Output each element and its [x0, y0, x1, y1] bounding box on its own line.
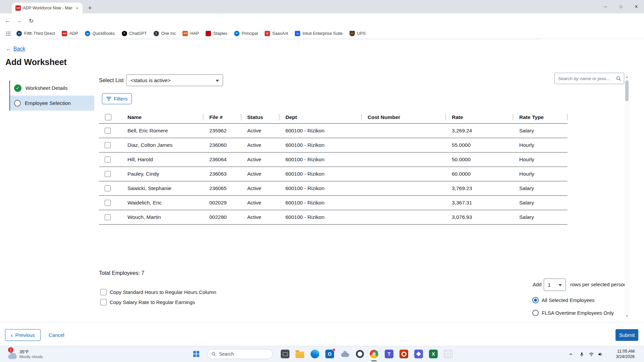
table-row: Hill, Harold 236064 Active 600100 - Rizi… [99, 153, 568, 167]
new-tab-button[interactable]: + [85, 3, 95, 13]
bookmark-quickbooks[interactable]: qbQuickBooks [82, 30, 118, 37]
cell-status: Active [241, 157, 279, 163]
copy-salary-rate-option: Copy Salary Rate to Regular Earnings [100, 299, 195, 305]
copy-standard-hours-checkbox[interactable] [100, 289, 107, 295]
submit-button[interactable]: Submit [615, 329, 638, 341]
table-row: Wouch, Martin 002280 Active 600100 - Riz… [99, 210, 568, 225]
browser-back-icon[interactable]: ← [3, 16, 13, 26]
start-button[interactable] [193, 351, 196, 354]
bookmark-fifth-third-direct[interactable]: 5/3Fifth Third Direct [13, 30, 58, 37]
copy-salary-rate-checkbox[interactable] [100, 299, 107, 305]
row-checkbox[interactable] [105, 128, 111, 134]
bookmark-adp[interactable]: ADPADP [58, 30, 82, 37]
blue-app-taskbar-icon[interactable] [413, 348, 425, 360]
weather-condition[interactable]: Mostly cloudy [19, 355, 43, 359]
office-taskbar-icon[interactable] [398, 348, 410, 360]
column-header-file[interactable]: File # [203, 111, 241, 123]
table-row: Waidelich, Eric 002029 Active 600100 - R… [99, 196, 568, 210]
apps-grid-icon[interactable] [6, 32, 7, 33]
window-close-button[interactable]: × [629, 0, 644, 13]
employee-search-input[interactable] [554, 73, 624, 84]
bookmarks-bar: 5/3Fifth Third Direct ADPADP qbQuickBook… [0, 28, 644, 39]
excel-taskbar-icon[interactable]: X [427, 348, 439, 360]
row-checkbox[interactable] [105, 214, 111, 220]
bookmark-staples[interactable]: Staples [202, 30, 231, 37]
select-all-checkbox[interactable] [105, 114, 111, 120]
copy-standard-hours-option: Copy Standard Hours to Regular Hours Col… [100, 289, 216, 295]
row-checkbox[interactable] [105, 200, 111, 206]
bookmark-principal[interactable]: PPrincipal [231, 30, 261, 37]
cell-dept: 600100 - Rizikon [279, 157, 362, 163]
total-employees-label: Total Employees: 7 [99, 270, 144, 276]
bookmark-saasant[interactable]: SSaasAnt [261, 30, 291, 37]
volume-icon[interactable] [597, 351, 603, 357]
column-header-rate[interactable]: Rate [446, 111, 513, 123]
step-worksheet-details[interactable]: ✓ Worksheet Details [10, 80, 94, 96]
column-header-name[interactable]: Name [121, 111, 203, 123]
bookmark-hap[interactable]: HAPHAP [179, 30, 202, 37]
back-link[interactable]: ← Back [6, 46, 25, 52]
grid-app-icon [444, 350, 452, 358]
teams-taskbar-icon[interactable]: T [383, 348, 395, 360]
taskbar-search[interactable]: Search [207, 349, 273, 359]
tray-chevron-up-icon[interactable] [568, 351, 574, 357]
scrollbar-thumb[interactable] [625, 80, 629, 101]
scroll-down-icon[interactable]: ▼ [625, 313, 629, 318]
cell-rate-type: Hourly [513, 171, 568, 177]
microphone-icon[interactable] [579, 351, 585, 357]
bookmark-one-inc[interactable]: 1One Inc [150, 30, 179, 37]
edge-taskbar-icon[interactable] [309, 348, 321, 360]
table-header: Name File # Status Dept Cost Number Rate… [99, 111, 568, 124]
browser-reload-icon[interactable]: ↻ [26, 16, 36, 26]
select-list-dropdown[interactable]: <status is active> [126, 74, 223, 86]
outlook-taskbar-icon[interactable]: O [324, 348, 336, 360]
quickbooks-favicon: qb [85, 31, 90, 36]
cell-rate-type: Salary [513, 200, 568, 206]
content-scrollbar[interactable]: ▲ ▼ [625, 74, 629, 318]
weather-cloud-icon[interactable] [8, 355, 17, 359]
scroll-up-icon[interactable]: ▲ [625, 74, 629, 79]
browser-forward-icon[interactable]: → [14, 16, 24, 26]
window-maximize-button[interactable]: □ [613, 0, 629, 13]
cell-rate-type: Salary [513, 214, 568, 220]
rows-per-person-dropdown[interactable]: 1 [544, 279, 566, 291]
taskbar-clock[interactable]: 11:05 AM 3/24/2026 [616, 349, 635, 359]
cancel-link[interactable]: Cancel [49, 332, 64, 338]
edge-icon [311, 350, 319, 358]
row-checkbox[interactable] [105, 157, 111, 163]
row-checkbox[interactable] [105, 171, 111, 177]
column-header-status[interactable]: Status [241, 111, 279, 123]
taskbar [0, 346, 644, 362]
weather-temperature[interactable]: 35°F [19, 349, 29, 354]
step-label: Worksheet Details [25, 85, 67, 91]
cell-status: Active [241, 214, 279, 220]
column-header-dept[interactable]: Dept [279, 111, 362, 123]
browser-tab[interactable]: ADP ADP Workforce Now - Manage × [12, 3, 83, 13]
back-label: Back [13, 46, 25, 52]
cell-dept: 600100 - Rizikon [279, 171, 362, 177]
file-explorer-taskbar-icon[interactable] [294, 348, 306, 360]
bookmark-intuit-enterprise-suite[interactable]: inIntuit Enterprise Suite [291, 30, 346, 37]
bookmark-ups[interactable]: UPSUPS [346, 30, 369, 37]
row-checkbox[interactable] [105, 185, 111, 191]
onedrive-taskbar-icon[interactable] [339, 348, 351, 360]
search-icon[interactable] [616, 76, 621, 82]
all-selected-employees-radio[interactable] [532, 297, 539, 303]
app-window-icon [281, 350, 289, 358]
bookmark-chatgpt[interactable]: *ChatGPT [118, 30, 150, 37]
dark-app-taskbar-icon[interactable] [279, 348, 291, 360]
flsa-overtime-employees-radio[interactable] [532, 310, 539, 316]
row-checkbox[interactable] [105, 142, 111, 148]
column-header-rate-type[interactable]: Rate Type [513, 111, 568, 123]
ring-app-taskbar-icon[interactable] [354, 348, 366, 360]
wifi-icon[interactable] [588, 351, 594, 357]
calculator-taskbar-icon[interactable] [442, 348, 454, 360]
column-header-cost-number[interactable]: Cost Number [362, 111, 446, 123]
previous-button[interactable]: ‹ Previous [5, 329, 41, 341]
step-employee-selection[interactable]: Employee Selection [10, 96, 94, 111]
filters-button[interactable]: Filters [102, 93, 132, 104]
tab-close-icon[interactable]: × [74, 5, 80, 11]
chrome-center-dot [373, 353, 376, 356]
window-minimize-button[interactable]: – [598, 0, 613, 13]
chrome-taskbar-icon[interactable] [368, 348, 380, 360]
